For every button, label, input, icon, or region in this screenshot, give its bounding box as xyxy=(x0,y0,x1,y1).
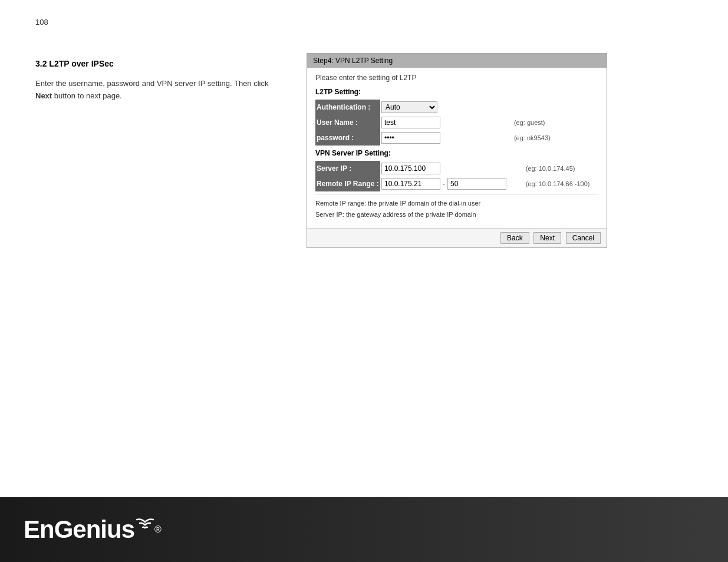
vpn-section-label: VPN Server IP Setting: xyxy=(315,149,598,157)
remote-ip-input-cell: - xyxy=(380,176,521,191)
description-text-before: Enter the username, password and VPN ser… xyxy=(35,79,269,88)
vpn-form-table: Server IP : (eg: 10.0.174.45) Remote IP … xyxy=(315,161,598,191)
brand-text: EnGenius xyxy=(24,515,134,544)
server-ip-label: Server IP : xyxy=(315,161,380,176)
bold-next: Next xyxy=(35,91,52,100)
password-row: password : (eg: nk9543) xyxy=(315,130,598,146)
vpn-panel: Step4: VPN L2TP Setting Please enter the… xyxy=(307,53,607,248)
registered-mark: ® xyxy=(154,524,162,535)
l2tp-section-label: L2TP Setting: xyxy=(315,88,598,96)
brand-en: En xyxy=(24,515,54,543)
password-label: password : xyxy=(315,130,380,146)
server-ip-input[interactable] xyxy=(381,163,440,174)
l2tp-form-table: Authentication : Auto PAP CHAP MS-CHAP M… xyxy=(315,100,598,146)
note-line-1: Remote IP range: the private IP domain o… xyxy=(315,199,598,208)
username-hint: (eg: guest) xyxy=(514,119,545,126)
remote-ip-label: Remote IP Range : xyxy=(315,176,380,191)
remote-ip-end-input[interactable] xyxy=(447,178,506,190)
username-row: User Name : (eg: guest) xyxy=(315,115,598,130)
section-heading: 3.2 L2TP over IPSec xyxy=(35,59,283,68)
ip-range-container: - xyxy=(381,178,520,190)
brand-logo: EnGenius ® xyxy=(24,515,162,544)
auth-row: Authentication : Auto PAP CHAP MS-CHAP M… xyxy=(315,100,598,115)
server-ip-hint: (eg: 10.0.174.45) xyxy=(526,165,575,172)
wifi-icon xyxy=(136,517,154,531)
page-number: 108 xyxy=(35,18,48,27)
remote-ip-start-input[interactable] xyxy=(381,178,440,190)
left-section: 3.2 L2TP over IPSec Enter the username, … xyxy=(35,53,283,248)
auth-label: Authentication : xyxy=(315,100,380,115)
brand-footer: EnGenius ® xyxy=(0,497,728,562)
next-button[interactable]: Next xyxy=(533,232,561,244)
auth-select[interactable]: Auto PAP CHAP MS-CHAP MS-CHAPv2 xyxy=(381,101,437,113)
username-input[interactable] xyxy=(381,117,440,128)
notes-section: Remote IP range: the private IP domain o… xyxy=(315,194,598,220)
server-ip-input-cell xyxy=(380,161,521,176)
description-text-after: button to next page. xyxy=(52,91,122,100)
back-button[interactable]: Back xyxy=(500,232,529,244)
right-section: Step4: VPN L2TP Setting Please enter the… xyxy=(307,53,693,248)
panel-footer: Back Next Cancel xyxy=(307,228,607,247)
remote-ip-row: Remote IP Range : - (eg: 10.0.174.66 -10… xyxy=(315,176,598,191)
description: Enter the username, password and VPN ser… xyxy=(35,78,283,103)
remote-ip-hint: (eg: 10.0.174.66 -100) xyxy=(526,180,590,187)
auth-input-cell: Auto PAP CHAP MS-CHAP MS-CHAPv2 xyxy=(380,100,509,115)
password-hint: (eg: nk9543) xyxy=(514,134,551,141)
panel-intro: Please enter the setting of L2TP xyxy=(315,74,598,82)
panel-body: Please enter the setting of L2TP L2TP Se… xyxy=(307,68,607,228)
server-ip-row: Server IP : (eg: 10.0.174.45) xyxy=(315,161,598,176)
panel-header: Step4: VPN L2TP Setting xyxy=(307,54,607,68)
password-input-cell xyxy=(380,130,509,146)
brand-genius: Genius xyxy=(54,515,134,543)
password-input[interactable] xyxy=(381,132,440,144)
cancel-button[interactable]: Cancel xyxy=(566,232,601,244)
username-label: User Name : xyxy=(315,115,380,130)
ip-range-separator: - xyxy=(443,180,445,188)
note-line-2: Server IP: the gateway address of the pr… xyxy=(315,210,598,219)
username-input-cell xyxy=(380,115,509,130)
